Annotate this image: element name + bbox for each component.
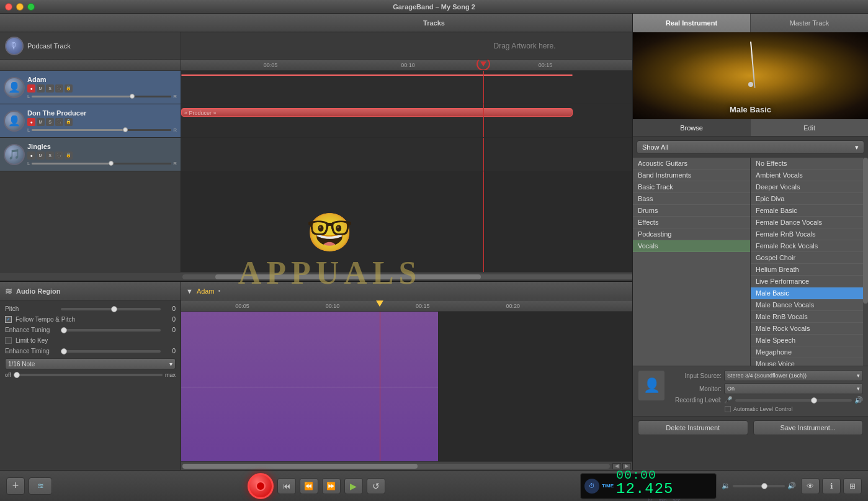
- preset-female-rock[interactable]: Female Rock Vocals: [751, 240, 868, 252]
- delete-instrument-btn[interactable]: Delete Instrument: [638, 420, 748, 435]
- view-eye-btn[interactable]: 👁: [801, 478, 820, 494]
- preset-female-dance[interactable]: Female Dance Vocals: [751, 217, 868, 228]
- don-headphone-btn[interactable]: 🎧: [55, 118, 63, 126]
- rewind-btn[interactable]: ⏪: [300, 478, 318, 494]
- edit-tab[interactable]: Edit: [751, 119, 868, 136]
- preset-female-basic[interactable]: Female Basic: [751, 205, 868, 217]
- recording-level-thumb[interactable]: [811, 397, 817, 404]
- preset-male-rock[interactable]: Male Rock Vocals: [751, 323, 868, 335]
- jingles-track-buttons[interactable]: ● M S 🎧 🔒: [27, 151, 177, 160]
- don-track-control[interactable]: 👤 Don The Producer ● M S 🎧 🔒 L: [0, 104, 181, 137]
- jingles-mute-btn[interactable]: M: [37, 151, 45, 160]
- add-track-btn[interactable]: +: [6, 477, 25, 495]
- rewind-end-btn[interactable]: ⏮: [277, 478, 296, 494]
- wave-edit-btn[interactable]: ≋: [29, 477, 52, 495]
- don-solo-btn[interactable]: S: [46, 118, 54, 126]
- transport-right[interactable]: 👁 ℹ ⊞: [801, 478, 862, 494]
- monitor-row[interactable]: Monitor: On ▾: [669, 383, 863, 394]
- preset-male-basic[interactable]: Male Basic: [751, 287, 868, 299]
- swing-slider[interactable]: [14, 374, 163, 376]
- categories-list[interactable]: Acoustic Guitars Band Instruments Basic …: [633, 158, 751, 366]
- recording-level-row[interactable]: Recording Level: 🎤 🔊: [669, 396, 863, 404]
- lower-scroll-track[interactable]: [182, 464, 610, 469]
- lower-scrollbar[interactable]: ◀ ▶: [181, 461, 632, 470]
- category-effects[interactable]: Effects: [633, 217, 750, 228]
- presets-list[interactable]: No Effects Ambient Vocals Deeper Vocals …: [751, 158, 868, 366]
- jingles-solo-btn[interactable]: S: [46, 151, 54, 160]
- timeline-scroll-thumb[interactable]: [215, 274, 481, 279]
- jingles-volume-row[interactable]: L R: [27, 161, 177, 166]
- category-bass[interactable]: Bass: [633, 193, 750, 205]
- adam-lock-btn[interactable]: 🔒: [65, 84, 73, 93]
- minimize-button[interactable]: [16, 3, 24, 11]
- play-btn[interactable]: ▶: [344, 478, 363, 494]
- window-controls[interactable]: [5, 3, 35, 11]
- maximize-button[interactable]: [27, 3, 35, 11]
- preset-gospel[interactable]: Gospel Choir: [751, 252, 868, 264]
- pitch-slider[interactable]: [61, 308, 161, 310]
- don-mute-btn[interactable]: M: [37, 118, 45, 126]
- master-vol-slider[interactable]: [733, 485, 785, 487]
- show-all-dropdown[interactable]: Show All ▾: [637, 140, 864, 154]
- don-vol-thumb[interactable]: [123, 127, 128, 132]
- adam-solo-btn[interactable]: S: [46, 84, 54, 93]
- browse-tab[interactable]: Browse: [633, 119, 751, 136]
- preset-mouse-voice[interactable]: Mouse Voice: [751, 358, 868, 366]
- presets-scrollbar[interactable]: [863, 158, 868, 366]
- adam-headphone-btn[interactable]: 🎧: [55, 84, 63, 93]
- swing-thumb[interactable]: [14, 372, 20, 378]
- transport-center[interactable]: ⏮ ⏪ ⏩ ▶ ↺: [57, 473, 575, 499]
- follow-tempo-checkbox[interactable]: ✓: [5, 316, 12, 323]
- auto-level-row[interactable]: Automatic Level Control: [669, 406, 863, 412]
- quantize-dropdown[interactable]: 1/16 Note ▾: [5, 358, 176, 369]
- real-instrument-tab[interactable]: Real Instrument: [633, 14, 751, 32]
- quantize-row[interactable]: 1/16 Note ▾: [5, 358, 176, 369]
- purple-region[interactable]: [181, 312, 438, 461]
- adam-volume-row[interactable]: L R: [27, 94, 177, 99]
- don-track-buttons[interactable]: ● M S 🎧 🔒: [27, 118, 177, 126]
- monitor-select[interactable]: On ▾: [724, 383, 863, 394]
- instrument-action-buttons[interactable]: Delete Instrument Save Instrument...: [633, 416, 868, 439]
- view-grid-btn[interactable]: ⊞: [843, 478, 862, 494]
- auto-level-checkbox[interactable]: [725, 406, 731, 412]
- jingles-vol-thumb[interactable]: [109, 161, 114, 166]
- rp-tabs[interactable]: Real Instrument Master Track: [633, 14, 868, 32]
- category-acoustic[interactable]: Acoustic Guitars: [633, 158, 750, 169]
- save-instrument-btn[interactable]: Save Instrument...: [753, 420, 864, 435]
- preset-ambient[interactable]: Ambient Vocals: [751, 169, 868, 181]
- lower-scroll-thumb[interactable]: [182, 464, 418, 469]
- limit-key-row[interactable]: Limit to Key: [5, 337, 176, 344]
- enhance-timing-thumb[interactable]: [61, 348, 67, 354]
- jingles-vol-slider[interactable]: [32, 163, 171, 165]
- preset-male-rnb[interactable]: Male RnB Vocals: [751, 311, 868, 323]
- input-source-select[interactable]: Stereo 3/4 (Soundflower (16ch)) ▾: [724, 370, 863, 381]
- browse-edit-tabs[interactable]: Browse Edit: [633, 119, 868, 137]
- loop-btn[interactable]: ↺: [367, 478, 385, 494]
- don-lock-btn[interactable]: 🔒: [65, 118, 73, 126]
- adam-vol-thumb[interactable]: [130, 94, 135, 99]
- preset-male-dance[interactable]: Male Dance Vocals: [751, 299, 868, 311]
- category-vocals[interactable]: Vocals: [633, 240, 750, 252]
- preset-deeper[interactable]: Deeper Vocals: [751, 181, 868, 193]
- preset-female-rnb[interactable]: Female RnB Vocals: [751, 228, 868, 240]
- enhance-timing-slider[interactable]: [61, 350, 161, 353]
- jingles-track-control[interactable]: 🎵 Jingles ● M S 🎧 🔒 L: [0, 138, 181, 171]
- preset-live[interactable]: Live Performance: [751, 276, 868, 287]
- pitch-thumb[interactable]: [111, 306, 117, 312]
- enhance-tuning-thumb[interactable]: [61, 327, 67, 333]
- follow-tempo-row[interactable]: ✓ Follow Tempo & Pitch 0: [5, 316, 176, 323]
- category-band[interactable]: Band Instruments: [633, 169, 750, 181]
- category-podcasting[interactable]: Podcasting: [633, 228, 750, 240]
- don-record-btn[interactable]: ●: [27, 118, 35, 126]
- don-volume-row[interactable]: L R: [27, 127, 177, 133]
- jingles-record-btn[interactable]: ●: [27, 151, 35, 160]
- jingles-lock-btn[interactable]: 🔒: [65, 151, 73, 160]
- record-btn[interactable]: [248, 473, 274, 499]
- preset-megaphone[interactable]: Megaphone: [751, 346, 868, 358]
- adam-mute-btn[interactable]: M: [37, 84, 45, 93]
- don-region[interactable]: « Producer »: [181, 108, 573, 117]
- adam-track-buttons[interactable]: ● M S 🎧 🔒: [27, 84, 177, 93]
- presets-scroll-thumb[interactable]: [863, 158, 868, 304]
- don-vol-slider[interactable]: [32, 129, 171, 131]
- preset-helium[interactable]: Helium Breath: [751, 264, 868, 276]
